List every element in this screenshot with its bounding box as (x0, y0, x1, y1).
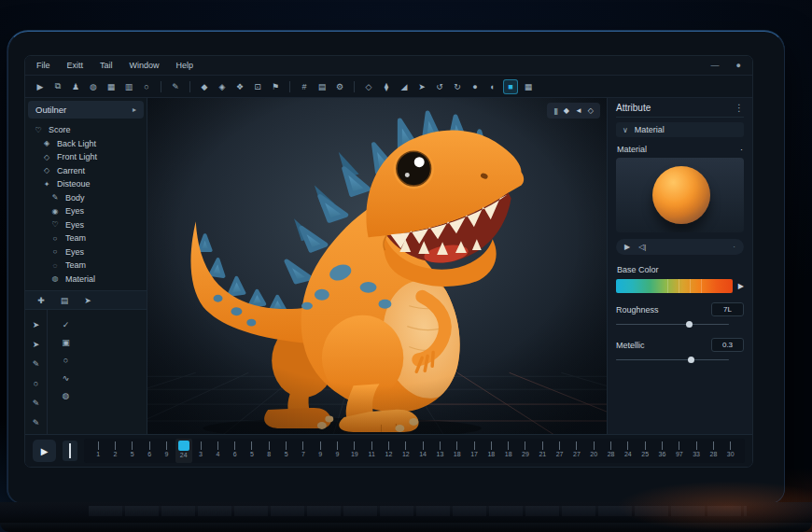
timeline-frame[interactable]: 12 (380, 439, 397, 463)
metallic-slider[interactable] (616, 355, 744, 364)
paint-corner-icon[interactable]: ◢ (397, 79, 412, 94)
3d-viewport[interactable]: |||◆◄◇ (147, 98, 607, 434)
outliner-item-team[interactable]: ○Team (25, 231, 147, 245)
timeline-frame[interactable]: 8 (260, 439, 277, 463)
kebab-menu-icon[interactable]: ⋮ (735, 103, 744, 113)
diamond-split-icon[interactable]: ◈ (215, 79, 230, 94)
timeline-frame[interactable]: 1 (90, 439, 106, 463)
select-arrow-icon[interactable]: ➤ (30, 318, 42, 330)
timeline-frame[interactable]: 27 (568, 439, 585, 463)
timeline-frame[interactable]: 97 (671, 439, 688, 463)
outliner-item-body[interactable]: ✎Body (25, 191, 147, 205)
back-arrow-icon[interactable]: ◄ (575, 105, 581, 116)
grid-table-icon[interactable]: ▦ (521, 79, 536, 94)
clipboard-icon[interactable]: ▤ (59, 293, 70, 308)
timeline-frame[interactable]: 20 (585, 439, 602, 463)
outliner-item-front-light[interactable]: ◇Front Light (25, 150, 147, 164)
rotate-ccw-icon[interactable]: ↺ (432, 79, 447, 94)
menu-item-window[interactable]: Window (130, 61, 160, 70)
clipboard-icon[interactable]: ▤ (315, 79, 329, 94)
roughness-slider[interactable] (616, 319, 744, 329)
display-sliders-icon[interactable]: ||| (554, 105, 557, 116)
sphere-icon[interactable]: ● (468, 79, 483, 94)
timeline-frame[interactable]: 9 (329, 439, 345, 463)
screen-icon[interactable]: ⊡ (250, 79, 265, 94)
select-cursor-icon[interactable]: ➤ (82, 293, 93, 308)
options-dot-icon[interactable]: · (733, 243, 735, 251)
snap-grid-icon[interactable]: # (297, 79, 312, 94)
timeline-play-button[interactable]: ▶ (33, 440, 56, 462)
select-arrow-alt-icon[interactable]: ➤ (30, 338, 42, 350)
timeline-frame[interactable]: 9 (158, 439, 175, 463)
timeline-frame[interactable]: 24 (620, 439, 637, 463)
base-color-gradient[interactable] (616, 279, 733, 293)
contrast-sphere-icon[interactable]: ◐ (485, 79, 500, 94)
material-active-icon[interactable]: ■ (503, 79, 518, 94)
timeline-frame[interactable]: 18 (449, 439, 466, 463)
outliner-item-back-light[interactable]: ◈Back Light (25, 137, 147, 151)
chevron-down-icon[interactable]: ∨ (623, 126, 628, 134)
timeline-frame[interactable]: 14 (414, 439, 431, 463)
timeline-frame[interactable]: 5 (244, 439, 260, 463)
timeline-frame[interactable]: 5 (124, 439, 141, 463)
outliner-item-eyes[interactable]: ♡Eyes (25, 218, 147, 232)
flag-icon[interactable]: ⚑ (268, 79, 283, 94)
minimize-icon[interactable]: — (711, 61, 720, 70)
droplet-icon[interactable]: ⧫ (379, 79, 394, 94)
timeline-frame[interactable]: 17 (466, 439, 483, 463)
timeline-frame[interactable]: 9 (312, 439, 329, 463)
timeline-frame[interactable]: 36 (653, 439, 670, 463)
current-frame-indicator[interactable] (63, 441, 77, 461)
timeline-frame[interactable]: 3 (192, 439, 209, 463)
node-bubble-icon[interactable]: ◍ (86, 79, 101, 94)
timeline-frame[interactable]: 6 (141, 439, 158, 463)
expand-icon[interactable]: ▸ (133, 105, 136, 114)
outliner-item-material[interactable]: ◍Material (25, 273, 147, 287)
timeline-frame[interactable]: 7 (295, 439, 312, 463)
timeline-frame[interactable]: 29 (517, 439, 534, 463)
play-icon[interactable]: ▶ (624, 243, 630, 251)
material-more-icon[interactable]: · (740, 145, 743, 154)
window-dot-icon[interactable]: ● (736, 61, 741, 70)
pencil-icon[interactable]: ✎ (30, 416, 42, 428)
material-preview[interactable] (616, 158, 744, 232)
cursor-icon[interactable]: ➤ (414, 79, 429, 94)
menu-item-exitt[interactable]: Exitt (67, 61, 84, 70)
slider-handle[interactable] (686, 321, 693, 328)
duplicate-icon[interactable]: ⧉ (50, 79, 65, 94)
timeline-frame[interactable]: 5 (277, 439, 294, 463)
timeline-frame[interactable]: 4 (209, 439, 226, 463)
outliner-header[interactable]: Outilner ▸ (28, 101, 144, 119)
rotate-cw-icon[interactable]: ↻ (450, 79, 465, 94)
timeline-frame[interactable]: 25 (637, 439, 653, 463)
brush-icon[interactable]: ✎ (30, 397, 42, 409)
shading-material-icon[interactable]: ◇ (588, 105, 593, 116)
diamond-icon[interactable]: ◆ (197, 79, 212, 94)
lasso-check-icon[interactable]: ✓ (60, 318, 72, 330)
metallic-value[interactable]: 0.3 (711, 338, 744, 352)
timeline-frame[interactable]: 6 (227, 439, 244, 463)
prev-frame-icon[interactable]: ◁| (638, 243, 646, 251)
timeline-frame[interactable]: 21 (534, 439, 551, 463)
circle-icon[interactable]: ○ (139, 79, 154, 94)
sphere-tool-icon[interactable]: ◍ (60, 389, 72, 401)
facet-diamond-icon[interactable]: ◇ (361, 79, 376, 94)
diamond-send-icon[interactable]: ❖ (232, 79, 247, 94)
timeline-frame[interactable]: 28 (705, 439, 721, 463)
material-section-row[interactable]: ∨ Material (616, 122, 744, 137)
timeline-current-frame[interactable]: 24 (175, 439, 192, 463)
outliner-item-eyes[interactable]: ◉Eyes (25, 204, 147, 218)
curve-hook-icon[interactable]: ∿ (60, 371, 72, 384)
timeline-frame[interactable]: 2 (106, 439, 123, 463)
timeline-frame[interactable]: 13 (431, 439, 448, 463)
menu-item-tail[interactable]: Tail (100, 61, 113, 70)
menu-item-file[interactable]: File (36, 61, 50, 70)
timeline-frame[interactable]: 18 (500, 439, 517, 463)
outliner-item-team[interactable]: ◌Team (25, 259, 147, 273)
slider-handle[interactable] (688, 357, 694, 363)
outliner-item-score[interactable]: ♡Score (25, 123, 147, 137)
timeline-frame[interactable]: 11 (363, 439, 380, 463)
menu-item-help[interactable]: Help (176, 61, 194, 70)
circle-shape-icon[interactable]: ○ (60, 354, 72, 366)
play-icon[interactable]: ▶ (33, 79, 48, 94)
